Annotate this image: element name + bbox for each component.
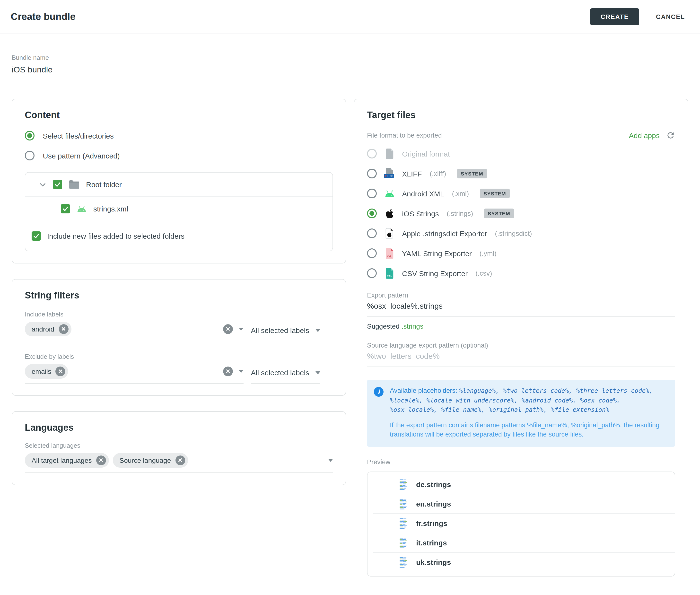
selected-languages-label: Selected languages bbox=[25, 442, 333, 449]
languages-title: Languages bbox=[25, 422, 333, 433]
dropdown-caret-icon[interactable] bbox=[328, 459, 333, 462]
radio-button-icon[interactable] bbox=[25, 151, 34, 161]
label-chip: android ✕ bbox=[25, 322, 71, 336]
csv-icon: CSV bbox=[384, 267, 395, 279]
selected-languages-input[interactable]: All target languages ✕ Source language ✕ bbox=[25, 449, 333, 473]
radio-button-icon[interactable] bbox=[367, 268, 377, 278]
preview-file-row: de.strings bbox=[367, 475, 675, 494]
dropdown-caret-icon[interactable] bbox=[239, 328, 244, 331]
radio-button-icon[interactable] bbox=[367, 189, 377, 198]
exclude-labels-input[interactable]: emails ✕ ✕ bbox=[25, 360, 244, 384]
clear-field-icon[interactable]: ✕ bbox=[223, 367, 233, 376]
preview-file-name: fr.strings bbox=[416, 519, 447, 528]
format-option-name: YAML String Exporter bbox=[402, 249, 472, 257]
radio-button-icon[interactable] bbox=[367, 208, 377, 218]
preview-file-row: uk.strings bbox=[367, 553, 675, 572]
include-new-files-label: Include new files added to selected fold… bbox=[47, 232, 185, 240]
strings-file-icon bbox=[399, 537, 409, 549]
radio-button-icon[interactable] bbox=[367, 228, 377, 238]
preview-file-row: it.strings bbox=[367, 533, 675, 553]
create-button[interactable]: CREATE bbox=[590, 8, 640, 25]
cancel-button[interactable]: CANCEL bbox=[653, 12, 688, 21]
target-files-title: Target files bbox=[367, 110, 675, 120]
checkbox-checked-icon[interactable] bbox=[61, 204, 70, 214]
tree-root-label: Root folder bbox=[86, 180, 122, 189]
radio-select-files[interactable]: Select files/directories bbox=[25, 131, 333, 140]
bundle-name-field[interactable]: Bundle name iOS bundle bbox=[12, 54, 688, 82]
format-option-android-xml[interactable]: Android XML (.xml) SYSTEM bbox=[367, 188, 675, 199]
remove-chip-icon[interactable]: ✕ bbox=[56, 367, 65, 376]
checkbox-checked-icon[interactable] bbox=[32, 231, 41, 240]
languages-card: Languages Selected languages All target … bbox=[12, 411, 346, 485]
bundle-name-value[interactable]: iOS bundle bbox=[12, 65, 688, 75]
preview-file-name: en.strings bbox=[416, 500, 451, 508]
include-labels-input[interactable]: android ✕ ✕ bbox=[25, 318, 244, 341]
chevron-down-icon[interactable] bbox=[39, 180, 47, 188]
chip-text: emails bbox=[32, 368, 51, 375]
tree-row-root-folder[interactable]: Root folder bbox=[25, 173, 333, 196]
content-title: Content bbox=[25, 110, 333, 120]
strings-file-icon bbox=[399, 479, 409, 491]
remove-chip-icon[interactable]: ✕ bbox=[59, 324, 68, 334]
format-option-name: Original format bbox=[402, 149, 450, 158]
format-option-yaml[interactable]: YML YAML String Exporter (.yml) bbox=[367, 248, 675, 259]
clear-field-icon[interactable]: ✕ bbox=[223, 324, 233, 334]
radio-button-icon[interactable] bbox=[367, 149, 377, 159]
create-bundle-page: Create bundle CREATE CANCEL Bundle name … bbox=[0, 0, 700, 595]
strings-file-icon bbox=[399, 556, 409, 568]
tree-row-strings-xml[interactable]: strings.xml bbox=[25, 196, 333, 221]
add-apps-link[interactable]: Add apps bbox=[629, 131, 660, 140]
page-title: Create bundle bbox=[11, 11, 76, 22]
bundle-name-label: Bundle name bbox=[12, 54, 688, 61]
format-option-original[interactable]: Original format bbox=[367, 148, 675, 160]
info-icon: i bbox=[374, 387, 384, 397]
radio-use-pattern[interactable]: Use pattern (Advanced) bbox=[25, 151, 333, 161]
strings-file-icon bbox=[399, 517, 409, 530]
format-option-ext: (.yml) bbox=[480, 249, 497, 257]
format-option-ios-strings[interactable]: iOS Strings (.strings) SYSTEM bbox=[367, 207, 675, 219]
format-option-ext: (.stringsdict) bbox=[495, 229, 532, 237]
strings-file-icon bbox=[399, 498, 409, 510]
export-pattern-input[interactable]: %osx_locale%.strings bbox=[367, 302, 675, 317]
remove-chip-icon[interactable]: ✕ bbox=[175, 455, 185, 465]
source-pattern-input[interactable]: %two_letters_code% bbox=[367, 352, 675, 367]
system-badge: SYSTEM bbox=[480, 189, 510, 198]
suggested-line: Suggested .strings bbox=[367, 322, 675, 330]
refresh-icon[interactable] bbox=[666, 131, 675, 140]
select-value: All selected labels bbox=[251, 368, 309, 377]
preview-file-name: uk.strings bbox=[416, 558, 451, 567]
page-header: Create bundle CREATE CANCEL bbox=[0, 0, 700, 34]
checkbox-checked-icon[interactable] bbox=[53, 180, 62, 189]
radio-button-icon[interactable] bbox=[367, 169, 377, 178]
folder-icon bbox=[68, 180, 80, 189]
main-content: Bundle name iOS bundle Content Select fi… bbox=[0, 54, 700, 595]
include-new-files-checkbox[interactable]: Include new files added to selected fold… bbox=[25, 221, 333, 251]
format-option-csv[interactable]: CSV CSV String Exporter (.csv) bbox=[367, 267, 675, 279]
radio-button-icon[interactable] bbox=[25, 131, 34, 140]
exclude-labels-mode-select[interactable]: All selected labels bbox=[251, 368, 320, 384]
placeholders-note: If the export pattern contains filename … bbox=[390, 420, 667, 439]
svg-text:CSV: CSV bbox=[387, 275, 392, 278]
source-pattern-label: Source language export pattern (optional… bbox=[367, 342, 675, 349]
format-option-stringsdict[interactable]: Apple .stringsdict Exporter (.stringsdic… bbox=[367, 227, 675, 239]
dropdown-caret-icon[interactable] bbox=[239, 370, 244, 373]
suggested-ext: .strings bbox=[401, 322, 423, 330]
tree-file-label: strings.xml bbox=[93, 205, 128, 213]
file-icon bbox=[384, 148, 395, 159]
radio-use-pattern-label: Use pattern (Advanced) bbox=[43, 151, 120, 160]
placeholders-line: Available placeholders: %language%, %two… bbox=[390, 386, 667, 415]
stringsdict-icon bbox=[384, 228, 395, 239]
apple-icon bbox=[384, 208, 395, 219]
preview-file-name: de.strings bbox=[416, 481, 451, 489]
label-chip: emails ✕ bbox=[25, 364, 68, 379]
android-icon bbox=[384, 190, 395, 197]
xliff-icon: XLIFF bbox=[384, 168, 395, 179]
remove-chip-icon[interactable]: ✕ bbox=[96, 455, 106, 465]
radio-button-icon[interactable] bbox=[367, 248, 377, 258]
include-labels-mode-select[interactable]: All selected labels bbox=[251, 326, 320, 341]
format-option-xliff[interactable]: XLIFF XLIFF (.xliff) SYSTEM bbox=[367, 168, 675, 179]
radio-select-files-label: Select files/directories bbox=[43, 132, 114, 140]
placeholders-intro: Available placeholders: bbox=[390, 387, 459, 394]
android-icon bbox=[76, 205, 87, 213]
chip-text: android bbox=[32, 325, 54, 333]
